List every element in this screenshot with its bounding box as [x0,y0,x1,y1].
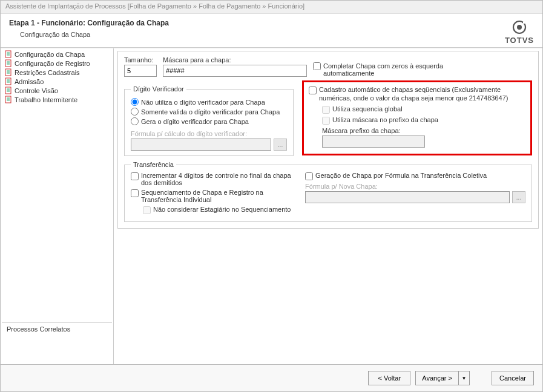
tamanho-label: Tamanho: [124,56,157,64]
window-title-text: Assistente de Implantação de Processos [… [5,2,304,10]
geracao-formula-checkbox[interactable] [305,172,313,180]
sidebar-list: Configuração da Chapa Configuração de Re… [2,50,112,104]
brand-logo: TOTVS [505,19,534,45]
wizard-header: Etapa 1 - Funcionário: Configuração da C… [1,14,542,48]
wizard-body: Configuração da Chapa Configuração de Re… [1,48,542,364]
sidebar-item-trabalho-intermitente[interactable]: Trabalho Intermitente [2,95,112,104]
formula-nova-chapa-input [305,191,510,203]
sidebar: Configuração da Chapa Configuração de Re… [1,48,114,364]
document-icon [4,68,12,76]
sidebar-item-label: Restrições Cadastrais [15,69,80,76]
brand-text: TOTVS [505,36,534,45]
dv-nao-utiliza-label: Não utiliza o dígito verificador para Ch… [141,99,265,106]
formula-dv-lookup-button: ... [274,139,287,151]
sequenciamento-chapa-checkbox[interactable] [131,189,139,197]
mascara-label: Máscara para a chapa: [163,56,307,64]
svg-rect-2 [523,22,525,24]
sidebar-item-configuracao-registro[interactable]: Configuração de Registro [2,59,112,68]
chevron-down-icon: ▼ [462,376,467,381]
nao-estagiario-label: Não considerar Estagiário no Sequenciame… [153,206,291,213]
formula-nova-chapa-label: Fórmula p/ Nova Chapa: [305,183,378,190]
mascara-prefixo-label: Utiliza máscara no prefixo da chapa [332,116,438,123]
mascara-prefixo-input-label: Máscara prefixo da chapa: [322,127,525,134]
sequencia-global-checkbox [322,106,330,114]
sidebar-item-label: Trabalho Intermitente [15,96,77,103]
formula-nova-chapa-lookup-button: ... [512,191,525,203]
incrementar-4digitos-checkbox[interactable] [131,172,139,180]
sidebar-item-label: Configuração de Registro [15,60,90,67]
voltar-button[interactable]: < Voltar [368,371,410,385]
svg-point-1 [517,25,522,30]
mascara-prefixo-checkbox [322,117,330,125]
window: Assistente de Implantação de Processos [… [0,0,543,392]
document-icon [4,59,12,67]
cancelar-button[interactable]: Cancelar [492,371,534,385]
config-chapa-panel: Tamanho: Máscara para a chapa: Completar… [117,51,539,229]
step-subtitle: Configuração da Chapa [20,31,505,38]
document-icon [4,77,12,85]
main-panel: Tamanho: Máscara para a chapa: Completar… [114,48,542,364]
tamanho-input[interactable] [124,65,157,77]
sidebar-item-label: Admissão [15,78,44,85]
processos-correlatos-panel: Processos Correlatos [2,322,112,363]
sidebar-item-restricoes[interactable]: Restrições Cadastrais [2,68,112,77]
sidebar-item-controle-visao[interactable]: Controle Visão [2,86,112,95]
document-icon [4,50,12,58]
completar-zeros-checkbox[interactable] [313,62,321,70]
sidebar-item-label: Controle Visão [15,87,58,94]
nao-estagiario-checkbox [143,206,151,214]
dv-nao-utiliza-radio[interactable] [131,98,139,106]
sidebar-item-admissao[interactable]: Admissão [2,77,112,86]
geracao-formula-label: Geração de Chapa por Fórmula na Transfer… [315,172,487,179]
sequenciamento-chapa-label: Sequenciamento de Chapa e Registro na Tr… [141,189,294,203]
sequencia-global-label: Utiliza sequencia global [332,105,403,113]
formula-dv-input [131,139,271,151]
step-title: Etapa 1 - Funcionário: Configuração da C… [9,19,505,27]
mascara-prefixo-input [322,136,425,148]
document-icon [4,87,12,94]
transferencia-legend: Transferência [131,161,176,168]
mascara-input[interactable] [163,65,307,77]
wizard-footer: < Voltar Avançar > ▼ Cancelar [1,364,542,391]
digito-verificador-legend: Dígito Verificador [131,85,186,93]
dv-gera-radio[interactable] [131,117,139,125]
window-title: Assistente de Implantação de Processos [… [1,1,542,14]
incrementar-4digitos-label: Incrementar 4 dígitos de controle no fin… [141,172,294,186]
avancar-button[interactable]: Avançar > [415,371,459,385]
sidebar-item-configuracao-chapa[interactable]: Configuração da Chapa [2,50,112,59]
transferencia-fieldset: Transferência Incrementar 4 dígitos de c… [124,161,532,222]
processos-correlatos-label: Processos Correlatos [7,325,70,333]
avancar-dropdown-button[interactable]: ▼ [459,371,470,385]
formula-dv-label: Fórmula p/ cálculo do dígito verificador… [131,130,247,137]
sidebar-item-label: Configuração da Chapa [15,51,85,58]
dv-somente-valida-label: Somente valida o dígito verificador para… [141,108,280,116]
document-icon [4,96,12,103]
cadastro-automatico-label: Cadastro automático de chapas seqüenciai… [319,86,525,103]
cadastro-automatico-highlight: Cadastro automático de chapas seqüenciai… [302,80,532,155]
digito-verificador-fieldset: Dígito Verificador Não utiliza o dígito … [124,85,294,156]
completar-zeros-label: Completar Chapa com zeros à esquerda aut… [323,62,446,77]
dv-somente-valida-radio[interactable] [131,108,139,116]
cadastro-automatico-checkbox[interactable] [309,87,317,94]
dv-gera-label: Gera o dígito verificador para Chapa [141,118,249,125]
totvs-logo-icon [512,20,527,34]
